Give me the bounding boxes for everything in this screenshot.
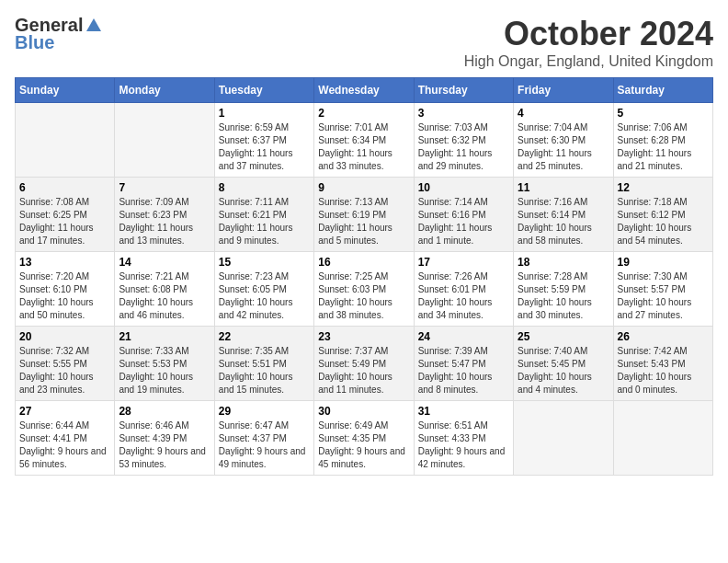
calendar-cell: 9Sunrise: 7:13 AMSunset: 6:19 PMDaylight…: [314, 178, 414, 252]
day-number: 18: [518, 256, 609, 269]
day-number: 20: [19, 330, 110, 343]
day-number: 2: [318, 107, 409, 120]
day-number: 14: [119, 256, 210, 269]
day-number: 9: [318, 181, 409, 194]
day-number: 13: [19, 256, 110, 269]
day-info: Sunrise: 7:09 AMSunset: 6:23 PMDaylight:…: [119, 196, 210, 247]
header-thursday: Thursday: [414, 78, 513, 103]
calendar-cell: 21Sunrise: 7:33 AMSunset: 5:53 PMDayligh…: [115, 327, 214, 401]
calendar-cell: 19Sunrise: 7:30 AMSunset: 5:57 PMDayligh…: [613, 252, 712, 327]
calendar-cell: 27Sunrise: 6:44 AMSunset: 4:41 PMDayligh…: [16, 401, 115, 476]
calendar-cell: 1Sunrise: 6:59 AMSunset: 6:37 PMDaylight…: [214, 103, 313, 178]
day-number: 22: [219, 330, 310, 343]
day-info: Sunrise: 7:33 AMSunset: 5:53 PMDaylight:…: [119, 345, 210, 396]
day-number: 24: [418, 330, 509, 343]
day-info: Sunrise: 6:51 AMSunset: 4:33 PMDaylight:…: [418, 419, 509, 471]
day-info: Sunrise: 7:35 AMSunset: 5:51 PMDaylight:…: [219, 345, 310, 396]
day-number: 19: [618, 256, 709, 269]
calendar-cell: 30Sunrise: 6:49 AMSunset: 4:35 PMDayligh…: [314, 401, 414, 476]
day-info: Sunrise: 7:25 AMSunset: 6:03 PMDaylight:…: [318, 270, 409, 322]
day-info: Sunrise: 7:04 AMSunset: 6:30 PMDaylight:…: [518, 121, 609, 173]
day-info: Sunrise: 7:03 AMSunset: 6:32 PMDaylight:…: [418, 121, 509, 173]
day-info: Sunrise: 7:42 AMSunset: 5:43 PMDaylight:…: [618, 345, 709, 396]
logo-blue: Blue: [15, 32, 54, 53]
day-info: Sunrise: 6:44 AMSunset: 4:41 PMDaylight:…: [19, 419, 110, 471]
day-number: 25: [518, 330, 609, 343]
calendar-week-row: 27Sunrise: 6:44 AMSunset: 4:41 PMDayligh…: [16, 401, 713, 476]
calendar-cell: 3Sunrise: 7:03 AMSunset: 6:32 PMDaylight…: [414, 103, 513, 178]
header-sunday: Sunday: [16, 78, 115, 103]
calendar-cell: [613, 401, 712, 476]
day-number: 8: [219, 181, 310, 194]
header-tuesday: Tuesday: [214, 78, 313, 103]
day-info: Sunrise: 7:28 AMSunset: 5:59 PMDaylight:…: [518, 270, 609, 322]
calendar-cell: 18Sunrise: 7:28 AMSunset: 5:59 PMDayligh…: [514, 252, 613, 327]
day-info: Sunrise: 7:30 AMSunset: 5:57 PMDaylight:…: [618, 270, 709, 322]
day-number: 27: [19, 405, 110, 418]
month-title: October 2024: [464, 15, 713, 53]
day-info: Sunrise: 7:40 AMSunset: 5:45 PMDaylight:…: [518, 345, 609, 396]
day-info: Sunrise: 7:39 AMSunset: 5:47 PMDaylight:…: [418, 345, 509, 396]
svg-marker-0: [86, 18, 101, 31]
calendar-cell: 7Sunrise: 7:09 AMSunset: 6:23 PMDaylight…: [115, 178, 214, 252]
day-info: Sunrise: 7:32 AMSunset: 5:55 PMDaylight:…: [19, 345, 110, 396]
calendar-cell: 29Sunrise: 6:47 AMSunset: 4:37 PMDayligh…: [214, 401, 313, 476]
calendar-cell: 4Sunrise: 7:04 AMSunset: 6:30 PMDaylight…: [514, 103, 613, 178]
day-number: 7: [119, 181, 210, 194]
day-info: Sunrise: 7:08 AMSunset: 6:25 PMDaylight:…: [19, 196, 110, 247]
day-number: 30: [318, 405, 409, 418]
day-number: 12: [618, 181, 709, 194]
calendar-week-row: 20Sunrise: 7:32 AMSunset: 5:55 PMDayligh…: [16, 327, 713, 401]
day-number: 28: [119, 405, 210, 418]
calendar-cell: 15Sunrise: 7:23 AMSunset: 6:05 PMDayligh…: [214, 252, 313, 327]
day-number: 21: [119, 330, 210, 343]
logo: General Blue: [15, 15, 103, 53]
calendar-cell: 5Sunrise: 7:06 AMSunset: 6:28 PMDaylight…: [613, 103, 712, 178]
day-number: 17: [418, 256, 509, 269]
header-wednesday: Wednesday: [314, 78, 414, 103]
calendar-cell: [16, 103, 115, 178]
day-info: Sunrise: 7:23 AMSunset: 6:05 PMDaylight:…: [219, 270, 310, 322]
day-number: 4: [518, 107, 609, 120]
calendar-header-row: SundayMondayTuesdayWednesdayThursdayFrid…: [16, 78, 713, 103]
calendar-cell: 2Sunrise: 7:01 AMSunset: 6:34 PMDaylight…: [314, 103, 414, 178]
calendar-cell: [514, 401, 613, 476]
day-info: Sunrise: 7:26 AMSunset: 6:01 PMDaylight:…: [418, 270, 509, 322]
day-number: 31: [418, 405, 509, 418]
day-number: 15: [219, 256, 310, 269]
calendar-cell: 12Sunrise: 7:18 AMSunset: 6:12 PMDayligh…: [613, 178, 712, 252]
day-info: Sunrise: 7:06 AMSunset: 6:28 PMDaylight:…: [618, 121, 709, 173]
calendar-cell: 17Sunrise: 7:26 AMSunset: 6:01 PMDayligh…: [414, 252, 513, 327]
calendar-cell: 13Sunrise: 7:20 AMSunset: 6:10 PMDayligh…: [16, 252, 115, 327]
calendar-week-row: 1Sunrise: 6:59 AMSunset: 6:37 PMDaylight…: [16, 103, 713, 178]
calendar-table: SundayMondayTuesdayWednesdayThursdayFrid…: [15, 77, 713, 476]
day-number: 6: [19, 181, 110, 194]
calendar-cell: 22Sunrise: 7:35 AMSunset: 5:51 PMDayligh…: [214, 327, 313, 401]
day-number: 1: [219, 107, 310, 120]
day-info: Sunrise: 7:20 AMSunset: 6:10 PMDaylight:…: [19, 270, 110, 322]
calendar-cell: 8Sunrise: 7:11 AMSunset: 6:21 PMDaylight…: [214, 178, 313, 252]
calendar-cell: 24Sunrise: 7:39 AMSunset: 5:47 PMDayligh…: [414, 327, 513, 401]
day-number: 11: [518, 181, 609, 194]
calendar-cell: 16Sunrise: 7:25 AMSunset: 6:03 PMDayligh…: [314, 252, 414, 327]
day-info: Sunrise: 7:37 AMSunset: 5:49 PMDaylight:…: [318, 345, 409, 396]
location: High Ongar, England, United Kingdom: [464, 53, 713, 70]
calendar-cell: 11Sunrise: 7:16 AMSunset: 6:14 PMDayligh…: [514, 178, 613, 252]
day-number: 10: [418, 181, 509, 194]
calendar-cell: 25Sunrise: 7:40 AMSunset: 5:45 PMDayligh…: [514, 327, 613, 401]
calendar-cell: 28Sunrise: 6:46 AMSunset: 4:39 PMDayligh…: [115, 401, 214, 476]
day-number: 16: [318, 256, 409, 269]
calendar-cell: 14Sunrise: 7:21 AMSunset: 6:08 PMDayligh…: [115, 252, 214, 327]
title-block: October 2024 High Ongar, England, United…: [464, 15, 713, 70]
header-saturday: Saturday: [613, 78, 712, 103]
page-header: General Blue October 2024 High Ongar, En…: [15, 15, 713, 70]
calendar-cell: 20Sunrise: 7:32 AMSunset: 5:55 PMDayligh…: [16, 327, 115, 401]
day-info: Sunrise: 6:46 AMSunset: 4:39 PMDaylight:…: [119, 419, 210, 471]
calendar-cell: 23Sunrise: 7:37 AMSunset: 5:49 PMDayligh…: [314, 327, 414, 401]
calendar-week-row: 13Sunrise: 7:20 AMSunset: 6:10 PMDayligh…: [16, 252, 713, 327]
day-info: Sunrise: 7:21 AMSunset: 6:08 PMDaylight:…: [119, 270, 210, 322]
day-number: 5: [618, 107, 709, 120]
day-number: 3: [418, 107, 509, 120]
calendar-cell: [115, 103, 214, 178]
day-info: Sunrise: 7:14 AMSunset: 6:16 PMDaylight:…: [418, 196, 509, 247]
